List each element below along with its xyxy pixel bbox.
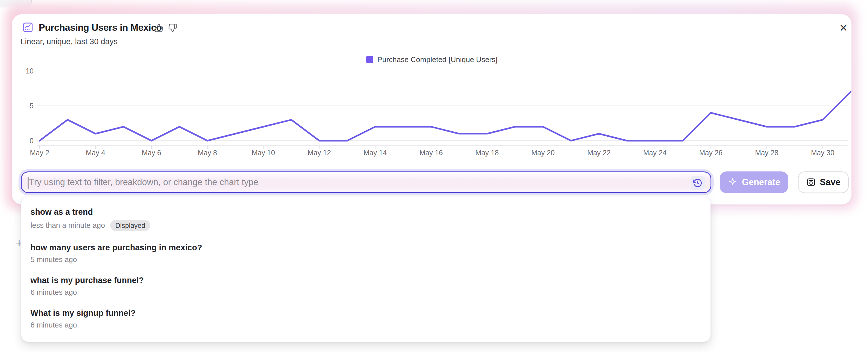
generate-button-label: Generate [742, 177, 780, 187]
thumbs-up-icon[interactable] [154, 23, 163, 32]
history-item-query: show as a trend [30, 207, 702, 217]
svg-text:May 24: May 24 [643, 149, 666, 157]
svg-text:May 8: May 8 [198, 149, 217, 157]
line-chart-icon [22, 22, 34, 33]
thumbs-down-icon[interactable] [168, 23, 177, 32]
svg-text:May 6: May 6 [142, 149, 161, 157]
history-item-query: how many users are purchasing in mexico? [30, 242, 702, 253]
svg-text:May 12: May 12 [308, 149, 331, 157]
history-dropdown: show as a trend less than a minute ago D… [21, 197, 711, 342]
history-item[interactable]: what is my purchase funnel? 6 minutes ag… [21, 269, 711, 302]
close-icon[interactable]: × [836, 20, 851, 35]
history-item-meta: 6 minutes ago [30, 321, 702, 329]
svg-text:May 28: May 28 [755, 149, 778, 157]
svg-text:May 30: May 30 [811, 149, 834, 157]
history-item-meta: 6 minutes ago [30, 288, 702, 296]
svg-text:5: 5 [30, 102, 34, 110]
save-icon [806, 178, 816, 187]
svg-text:0: 0 [30, 137, 34, 145]
history-item-time: 6 minutes ago [30, 321, 77, 329]
history-item[interactable]: What is my signup funnel? 6 minutes ago [21, 302, 711, 335]
history-item-time: less than a minute ago [30, 221, 105, 229]
history-item-meta: 5 minutes ago [30, 255, 702, 264]
svg-text:May 16: May 16 [420, 149, 443, 157]
page-title: Purchasing Users in Mexico [39, 22, 162, 34]
insight-card: Purchasing Users in Mexico × Linear, uni… [12, 14, 851, 204]
svg-text:10: 10 [26, 68, 34, 75]
svg-text:May 2: May 2 [30, 149, 49, 157]
history-item-meta: less than a minute ago Displayed [30, 220, 702, 231]
ai-prompt-input-wrap [21, 171, 711, 193]
chart-legend: Purchase Completed [Unique Users] [12, 55, 851, 64]
svg-text:May 4: May 4 [86, 149, 105, 157]
svg-text:May 22: May 22 [587, 149, 611, 157]
history-item-query: what is my purchase funnel? [30, 275, 702, 285]
line-chart: 0510May 2May 4May 6May 8May 10May 12May … [12, 68, 851, 165]
history-item-time: 5 minutes ago [30, 255, 77, 264]
legend-label: Purchase Completed [Unique Users] [377, 55, 497, 64]
svg-text:May 14: May 14 [363, 149, 387, 157]
history-item-query: What is my signup funnel? [30, 308, 702, 318]
save-button[interactable]: Save [798, 171, 849, 193]
text-caret [28, 177, 29, 189]
sparkle-icon [727, 177, 738, 187]
generate-button[interactable]: Generate [720, 171, 788, 193]
history-item[interactable]: show as a trend less than a minute ago D… [21, 201, 711, 237]
history-item-time: 6 minutes ago [30, 288, 77, 296]
svg-text:May 26: May 26 [699, 149, 722, 157]
legend-swatch [366, 56, 373, 63]
svg-text:May 18: May 18 [475, 149, 499, 157]
history-icon[interactable] [690, 176, 705, 190]
history-item[interactable]: how many users are purchasing in mexico?… [21, 237, 711, 269]
save-button-label: Save [820, 177, 840, 187]
ai-prompt-input[interactable] [22, 172, 711, 192]
chart-subtitle: Linear, unique, last 30 days [21, 37, 118, 46]
svg-text:May 20: May 20 [531, 149, 555, 157]
svg-text:May 10: May 10 [252, 149, 275, 157]
history-item-badge: Displayed [110, 220, 150, 231]
